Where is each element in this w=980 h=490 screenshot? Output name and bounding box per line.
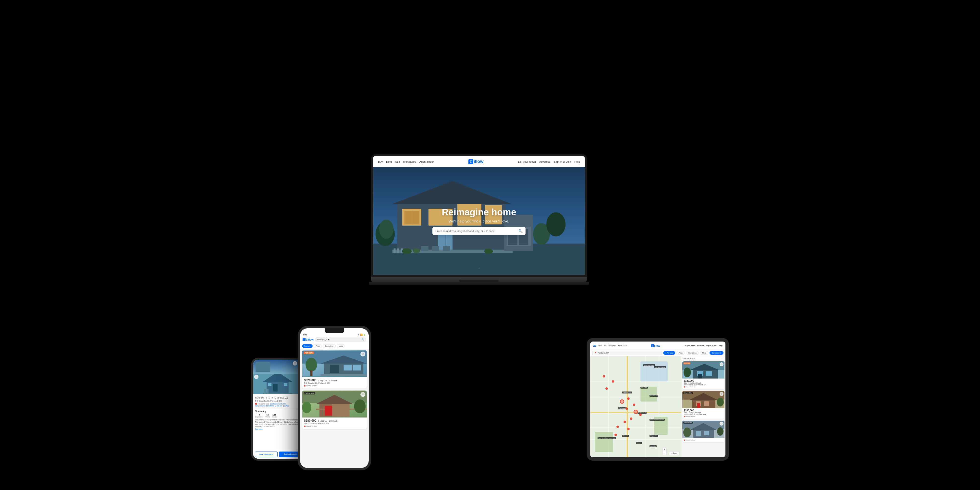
nav-advertise[interactable]: Advertise [539, 160, 550, 163]
listing-address: 548 Greenley Dr, Portland, OR [255, 400, 301, 402]
nav-sign-in[interactable]: Sign in or Join [554, 160, 571, 163]
tablet-fav-1[interactable]: ♡ [719, 362, 724, 366]
tablet-save-search-chip[interactable]: Save search [710, 351, 724, 355]
tablet-nav-buy[interactable]: Buy [593, 344, 596, 347]
tablet-nav: Buy Rent Sell Mortgage Agent Finder Z il… [590, 342, 725, 350]
zoom-in-button[interactable]: + [663, 448, 667, 451]
tablet-nav-sell[interactable]: Sell [604, 344, 607, 347]
listing-type-text-2: House for sale [306, 425, 317, 427]
svg-rect-19 [310, 371, 312, 376]
sort-control[interactable]: Sort by: Newest ▾ [681, 356, 725, 360]
listing-price-1: $320,000 3 bd | 3 ba | 2,100 sqft [304, 379, 365, 382]
tablet-nav-agent[interactable]: Agent Finder [618, 344, 627, 347]
see-more-link[interactable]: See more [255, 428, 301, 430]
tablet-nav-links: Buy Rent Sell Mortgage Agent Finder [593, 344, 627, 347]
map-label-rockwood: ROCKWOOD [649, 395, 659, 397]
address-2: 1065 Lowell St, Portland, OR [304, 422, 365, 425]
favorite-icon-2[interactable]: ♡ [360, 392, 365, 397]
hero-search-bar[interactable]: 🔍 [433, 227, 525, 235]
summary-title: Summary [255, 410, 301, 412]
nav-rent[interactable]: Rent [386, 160, 392, 163]
nav-mortgages[interactable]: Mortgages [403, 160, 416, 163]
prev-photo-btn[interactable]: ‹ [254, 375, 258, 379]
stat-views: 5k Views [265, 414, 270, 418]
price-1: $320,000 [304, 379, 316, 382]
nav-buy[interactable]: Buy [378, 160, 383, 163]
listing-card-2[interactable]: 1 day on Zillow ♡ $280,000 3 bd | 2 ba |… [302, 391, 367, 429]
home-type-filter[interactable]: Home type [323, 344, 336, 348]
tablet-nav-mortgage[interactable]: Mortgage [609, 344, 616, 347]
svg-rect-4 [273, 384, 278, 391]
sort-chevron-icon[interactable]: ▾ [722, 357, 724, 359]
zestimate-text: Zestimate: $335,000 [270, 403, 286, 405]
more-filter[interactable]: More [337, 344, 345, 348]
map-label-powell-butte: Powell Butte Nature Park [649, 419, 665, 421]
property-stats: 9 Days listed 5k Views 121 Saves [255, 414, 301, 418]
draw-button[interactable]: ✏ Draw [669, 451, 679, 455]
svg-point-52 [379, 220, 394, 239]
tablet-card-info-3: House for sale [682, 438, 724, 442]
favorite-button-left[interactable]: ♡ [293, 361, 297, 366]
svg-rect-84 [705, 431, 709, 435]
tablet-listing-card-2[interactable]: 1 day on Zillow ♡ $280,000 3 bd | 2 ba |… [682, 391, 724, 419]
tablet-nav-advertise[interactable]: Advertise [697, 345, 704, 347]
svg-point-85 [683, 428, 691, 438]
svg-rect-38 [412, 211, 419, 224]
tablet-nav-help[interactable]: Help [719, 345, 722, 347]
phone-main-screen: 1:22 ▲ 📶 🔋 Z Zillow Portland, OR 🔍 [300, 328, 369, 468]
signal-icon: ▲ [358, 334, 360, 336]
tablet-card-info-1: $320,000 3 bd | 3 ba | 2,100 sqft 548 Gr… [682, 379, 724, 389]
tablet-type-dot-2 [684, 416, 685, 417]
favorite-icon-1[interactable]: ♡ [360, 352, 365, 356]
get-prequalified-link[interactable]: ● Get pre-qualified [275, 405, 290, 407]
hero-title: Reimagine home [433, 207, 525, 218]
tablet-type-text-3: House for sale [686, 439, 695, 441]
tablet-nav-rent[interactable]: Rent [598, 344, 602, 347]
laptop-nav-links: Buy Rent Sell Mortgages Agent finder [378, 160, 434, 163]
ask-question-button[interactable]: Ask a question [255, 452, 278, 457]
tablet-home-button[interactable] [726, 395, 728, 404]
for-sale-filter[interactable]: For sale [302, 344, 313, 348]
tablet-for-sale-chip[interactable]: ● For sale [663, 351, 675, 355]
tablet-nav-list-rental[interactable]: List your rental [684, 345, 695, 347]
svg-point-70 [684, 368, 691, 377]
nav-sell[interactable]: Sell [395, 160, 399, 163]
map-pin-2 [612, 380, 614, 383]
map-pin-7 [639, 414, 642, 416]
map-label-blue-lake: Blue Lake Regional [654, 366, 666, 368]
tablet-more-chip[interactable]: More [700, 351, 708, 355]
wifi-icon: 📶 [360, 334, 363, 336]
tablet-type-dot-1 [684, 387, 685, 388]
price-filter[interactable]: Price [313, 344, 322, 348]
map-zoom-controls[interactable]: + − [662, 447, 667, 455]
tablet-price-chip[interactable]: Price [676, 351, 685, 355]
zoom-out-button[interactable]: − [663, 451, 667, 455]
tablet-search[interactable]: 📍 Portland, OR [592, 351, 662, 355]
location-search-bar[interactable]: Portland, OR 🔍 [315, 337, 366, 342]
tablet-zillow-badge-3: 1 day on Zillow [683, 422, 693, 423]
nav-list-rental[interactable]: List your rental [518, 160, 536, 163]
svg-rect-46 [397, 248, 399, 253]
tablet-zillow-badge-2: 1 day on Zillow [683, 392, 693, 394]
zillow-logo-phone: Z Zillow [302, 338, 313, 341]
search-icon[interactable]: 🔍 [362, 338, 364, 341]
photo-nav-arrows[interactable]: ‹ [254, 375, 258, 379]
tablet-fav-2[interactable]: ♡ [719, 392, 724, 396]
hero-search-icon[interactable]: 🔍 [519, 229, 523, 233]
phone-left-content: $320,000 3 bd | 3 ba | 2,100 sqft 548 Gr… [253, 394, 303, 450]
saves-label: Saves [272, 416, 277, 418]
tablet-fav-3[interactable]: ♡ [719, 422, 724, 426]
tablet-home-type-chip[interactable]: Home type [686, 351, 699, 355]
tablet-filter-bar: 📍 Portland, OR ● For sale Price Home typ… [590, 350, 725, 356]
tablet-nav-signin[interactable]: Sign in or Join [706, 345, 717, 347]
tablet-listing-card-3[interactable]: 1 day on Zillow ♡ House for sale [682, 421, 724, 442]
map-label-harmony: Harmony [636, 442, 642, 444]
tablet-beds-1: 3 bd | 3 ba | 2,100 sqft [684, 382, 723, 384]
hero-search-input[interactable] [435, 229, 519, 232]
tablet-listing-card-1[interactable]: FOR YOU ♡ $320,000 3 bd | 3 ba | 2,100 s… [682, 361, 724, 389]
nav-help[interactable]: Help [574, 160, 580, 163]
nav-agent-finder[interactable]: Agent finder [420, 160, 434, 163]
beds-baths-sqft: 3 bd | 3 ba | 2,100 sqft [266, 397, 288, 399]
tablet-map[interactable]: Government Island The Grotto Glenwood Pa… [590, 356, 681, 457]
listing-card-1[interactable]: FOR YOU ♡ $320,000 3 bd | 3 ba | 2,100 s… [302, 350, 367, 388]
